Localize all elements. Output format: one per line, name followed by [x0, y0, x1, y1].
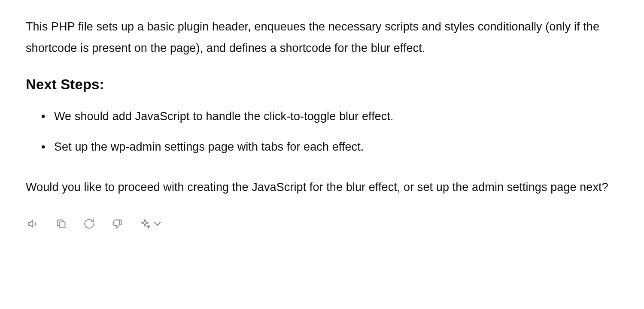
regenerate-button[interactable] — [82, 216, 97, 233]
copy-icon — [55, 218, 67, 231]
list-item: Set up the wp-admin settings page with t… — [41, 138, 618, 156]
speaker-icon — [27, 218, 39, 231]
sparkle-icon — [139, 218, 151, 231]
assistant-message: This PHP file sets up a basic plugin hea… — [26, 16, 618, 233]
dislike-button[interactable] — [109, 216, 125, 233]
message-action-bar — [26, 216, 618, 233]
chevron-down-icon — [152, 218, 163, 231]
copy-button[interactable] — [54, 216, 69, 233]
outro-paragraph: Would you like to proceed with creating … — [26, 177, 618, 198]
intro-paragraph: This PHP file sets up a basic plugin hea… — [26, 16, 618, 59]
list-item: We should add JavaScript to handle the c… — [41, 107, 618, 126]
speaker-button[interactable] — [26, 216, 41, 233]
next-steps-heading: Next Steps: — [26, 76, 618, 93]
next-steps-list: We should add JavaScript to handle the c… — [26, 107, 618, 156]
refresh-icon — [83, 218, 95, 231]
sparkle-button[interactable] — [137, 216, 165, 233]
svg-rect-0 — [59, 222, 65, 228]
thumbs-down-icon — [111, 218, 123, 231]
